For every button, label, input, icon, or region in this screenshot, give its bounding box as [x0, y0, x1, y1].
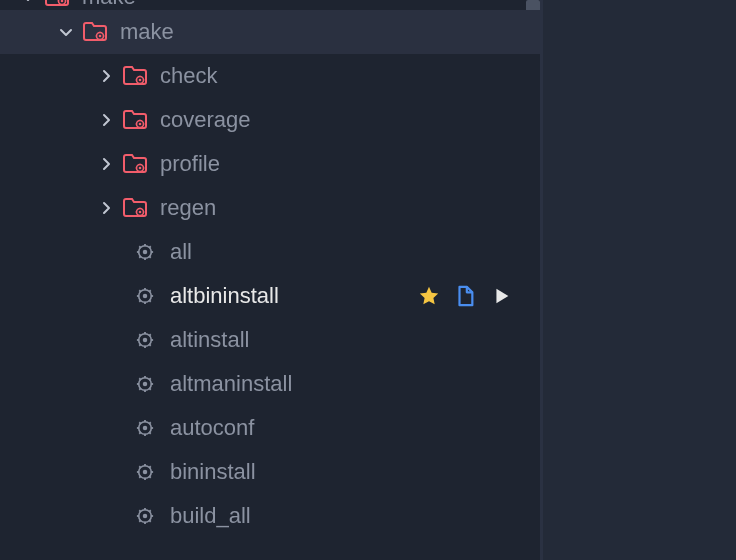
tree-folder-check[interactable]: check: [0, 54, 540, 98]
svg-line-43: [149, 256, 151, 258]
svg-point-67: [143, 382, 148, 387]
chevron-down-icon: [56, 22, 76, 42]
tree-target-altbininstall[interactable]: altbininstall: [0, 274, 540, 318]
tree-folder-profile[interactable]: profile: [0, 142, 540, 186]
editor-area: [540, 0, 736, 560]
tree-item-label: coverage: [160, 107, 251, 133]
tree-target-autoconf[interactable]: autoconf: [0, 406, 540, 450]
svg-point-57: [143, 338, 148, 343]
tree-item-label: all: [170, 239, 192, 265]
svg-line-92: [139, 466, 141, 468]
svg-line-65: [149, 334, 151, 336]
gear-icon: [134, 417, 156, 439]
tree-target-build-all[interactable]: build_all: [0, 494, 540, 538]
tree-item-label: altbininstall: [170, 283, 279, 309]
tree-item-label: check: [160, 63, 217, 89]
tree-panel: make make check coverage: [0, 0, 540, 560]
svg-point-37: [143, 250, 148, 255]
tree-folder-coverage[interactable]: coverage: [0, 98, 540, 142]
svg-line-82: [139, 422, 141, 424]
svg-point-97: [143, 514, 148, 519]
svg-line-52: [139, 290, 141, 292]
svg-point-13: [139, 79, 142, 82]
svg-line-83: [149, 432, 151, 434]
svg-line-72: [139, 378, 141, 380]
tree-item-label: make: [82, 0, 136, 10]
svg-point-7: [99, 35, 102, 38]
tree-folder-level1[interactable]: make: [0, 10, 540, 54]
chevron-right-icon: [96, 154, 116, 174]
folder-gear-icon: [122, 198, 148, 218]
gear-icon: [134, 373, 156, 395]
svg-point-31: [139, 211, 142, 214]
svg-line-54: [139, 300, 141, 302]
svg-line-75: [149, 378, 151, 380]
gear-icon: [134, 285, 156, 307]
tree-target-bininstall[interactable]: bininstall: [0, 450, 540, 494]
svg-line-95: [149, 466, 151, 468]
folder-gear-icon: [82, 22, 108, 42]
document-icon[interactable]: [454, 285, 476, 307]
svg-line-64: [139, 344, 141, 346]
folder-gear-icon: [44, 0, 70, 7]
chevron-down-icon: [18, 0, 38, 7]
svg-line-45: [149, 246, 151, 248]
play-icon[interactable]: [490, 285, 512, 307]
svg-point-19: [139, 123, 142, 126]
tree-folder-regen[interactable]: regen: [0, 186, 540, 230]
svg-point-77: [143, 426, 148, 431]
chevron-right-icon: [96, 110, 116, 130]
svg-line-85: [149, 422, 151, 424]
svg-line-74: [139, 388, 141, 390]
tree-folder-root[interactable]: make: [0, 0, 540, 10]
svg-line-93: [149, 476, 151, 478]
tree-item-label: profile: [160, 151, 220, 177]
row-actions: [418, 285, 532, 307]
svg-line-102: [139, 510, 141, 512]
gear-icon: [134, 505, 156, 527]
tree-item-label: build_all: [170, 503, 251, 529]
star-icon[interactable]: [418, 285, 440, 307]
tree-item-label: make: [120, 19, 174, 45]
svg-line-44: [139, 256, 141, 258]
tree-target-all[interactable]: all: [0, 230, 540, 274]
svg-point-87: [143, 470, 148, 475]
folder-gear-icon: [122, 110, 148, 130]
tree-item-label: autoconf: [170, 415, 254, 441]
svg-line-53: [149, 300, 151, 302]
gear-icon: [134, 241, 156, 263]
folder-gear-icon: [122, 66, 148, 86]
tree-target-altmaninstall[interactable]: altmaninstall: [0, 362, 540, 406]
svg-line-94: [139, 476, 141, 478]
tree-target-altinstall[interactable]: altinstall: [0, 318, 540, 362]
svg-line-42: [139, 246, 141, 248]
svg-line-62: [139, 334, 141, 336]
svg-point-25: [139, 167, 142, 170]
tree-item-label: regen: [160, 195, 216, 221]
svg-line-73: [149, 388, 151, 390]
tree-item-label: bininstall: [170, 459, 256, 485]
tree-item-label: altmaninstall: [170, 371, 292, 397]
svg-point-47: [143, 294, 148, 299]
svg-line-63: [149, 344, 151, 346]
svg-line-104: [139, 520, 141, 522]
tree-item-label: altinstall: [170, 327, 249, 353]
svg-line-103: [149, 520, 151, 522]
svg-line-84: [139, 432, 141, 434]
chevron-right-icon: [96, 198, 116, 218]
svg-line-105: [149, 510, 151, 512]
gear-icon: [134, 461, 156, 483]
folder-gear-icon: [122, 154, 148, 174]
svg-line-55: [149, 290, 151, 292]
gear-icon: [134, 329, 156, 351]
chevron-right-icon: [96, 66, 116, 86]
